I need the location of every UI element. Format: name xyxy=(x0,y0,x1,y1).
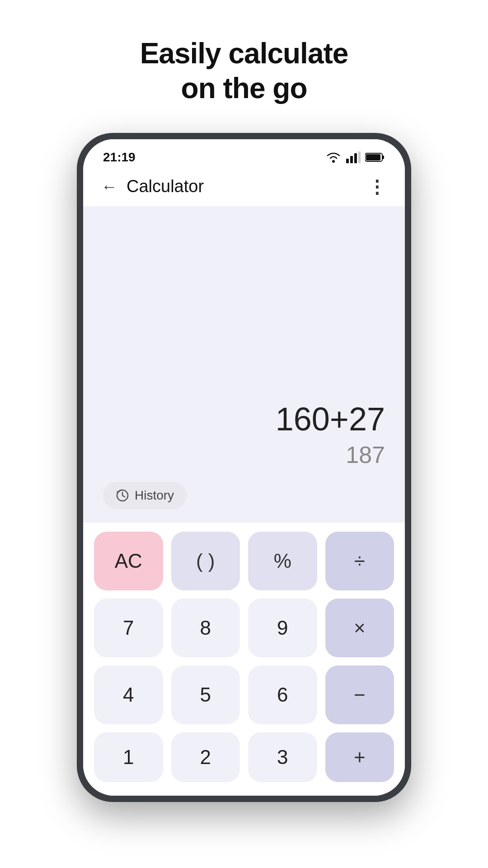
signal-icon xyxy=(346,151,361,163)
status-icons xyxy=(325,151,385,163)
key-row-1: AC ( ) % ÷ xyxy=(94,532,394,590)
headline-line1: Easily calculate xyxy=(140,37,348,70)
headline-line2: on the go xyxy=(181,72,307,104)
key-6[interactable]: 6 xyxy=(248,665,317,724)
svg-rect-4 xyxy=(358,151,361,163)
battery-icon xyxy=(365,152,385,163)
app-bar: ← Calculator ⋮ xyxy=(83,169,405,206)
key-2[interactable]: 2 xyxy=(171,732,240,782)
key-1[interactable]: 1 xyxy=(94,732,163,782)
key-percent[interactable]: % xyxy=(248,532,317,590)
history-button[interactable]: History xyxy=(103,482,187,509)
svg-rect-1 xyxy=(346,159,349,163)
svg-rect-6 xyxy=(382,156,384,159)
history-icon xyxy=(116,489,129,502)
history-button-label: History xyxy=(135,488,174,503)
key-subtract[interactable]: − xyxy=(325,665,394,724)
key-4[interactable]: 4 xyxy=(94,665,163,724)
svg-rect-2 xyxy=(350,156,353,163)
key-add[interactable]: + xyxy=(325,732,394,782)
key-9[interactable]: 9 xyxy=(248,599,317,657)
status-bar: 21:19 xyxy=(83,139,405,169)
key-7[interactable]: 7 xyxy=(94,599,163,657)
key-5[interactable]: 5 xyxy=(171,665,240,724)
wifi-icon xyxy=(325,151,342,163)
key-8[interactable]: 8 xyxy=(171,599,240,657)
key-divide[interactable]: ÷ xyxy=(325,532,394,590)
svg-rect-7 xyxy=(366,154,380,160)
key-row-4: 1 2 3 + xyxy=(94,732,394,782)
key-row-3: 4 5 6 − xyxy=(94,665,394,724)
key-multiply[interactable]: × xyxy=(325,599,394,657)
key-row-2: 7 8 9 × xyxy=(94,599,394,657)
calculator-display: 160+27 187 History xyxy=(83,206,405,523)
back-button[interactable]: ← xyxy=(101,177,117,196)
key-3[interactable]: 3 xyxy=(248,732,317,782)
more-menu-button[interactable]: ⋮ xyxy=(368,176,387,197)
keypad: AC ( ) % ÷ 7 8 9 × 4 5 6 − 1 2 xyxy=(83,523,405,796)
result-display: 187 xyxy=(103,441,385,468)
svg-point-0 xyxy=(332,160,335,163)
page-headline: Easily calculate on the go xyxy=(140,36,348,106)
expression-display: 160+27 xyxy=(103,401,385,437)
key-parentheses[interactable]: ( ) xyxy=(171,532,240,590)
svg-rect-3 xyxy=(354,153,357,163)
app-title: Calculator xyxy=(127,177,204,196)
status-time: 21:19 xyxy=(103,150,136,165)
phone-mockup: 21:19 xyxy=(77,133,411,802)
key-ac[interactable]: AC xyxy=(94,532,163,590)
